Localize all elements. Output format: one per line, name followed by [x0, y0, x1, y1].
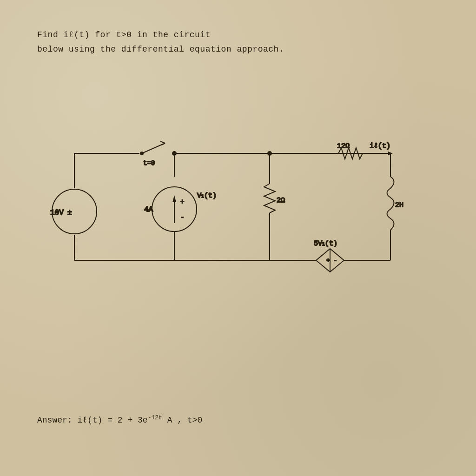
voltage-source-label: ±: [67, 209, 72, 217]
current-label: iℓ(t): [370, 142, 390, 150]
vcvs-label: V₁(t): [197, 192, 217, 200]
dep-source-label: 5V₁(t): [314, 240, 337, 248]
problem-statement: Find iℓ(t) for t>0 in the circuit below …: [37, 28, 284, 56]
resistor1-label: 2Ω: [277, 197, 285, 205]
voltage-source-value: 10V: [50, 209, 64, 217]
resistor2-label: 12Ω: [337, 142, 350, 150]
page: Find iℓ(t) for t>0 in the circuit below …: [0, 0, 476, 476]
answer-exponent: -12t: [148, 414, 162, 421]
svg-point-31: [172, 151, 177, 156]
svg-marker-19: [172, 195, 176, 202]
answer-suffix: A , t>0: [162, 416, 202, 425]
switch-label: t=0: [143, 159, 155, 167]
inductor-label: 2H: [395, 201, 403, 209]
vcvs-plus: +: [180, 198, 184, 205]
circuit-svg: t=0 12Ω iℓ(t): [37, 116, 446, 311]
svg-point-32: [267, 151, 272, 156]
svg-line-4: [160, 141, 165, 143]
dep-source-plus: + -: [326, 257, 337, 264]
problem-line2: below using the differential equation ap…: [37, 42, 284, 57]
vcvs-minus: -: [180, 214, 184, 221]
svg-line-3: [142, 143, 165, 153]
circuit-diagram: t=0 12Ω iℓ(t): [37, 116, 446, 311]
answer: Answer: iℓ(t) = 2 + 3e-12t A , t>0: [37, 414, 202, 425]
problem-line1: Find iℓ(t) for t>0 in the circuit: [37, 28, 284, 42]
current-source-label: 4A: [144, 205, 153, 214]
answer-prefix: Answer: iℓ(t) = 2 + 3e: [37, 416, 148, 425]
